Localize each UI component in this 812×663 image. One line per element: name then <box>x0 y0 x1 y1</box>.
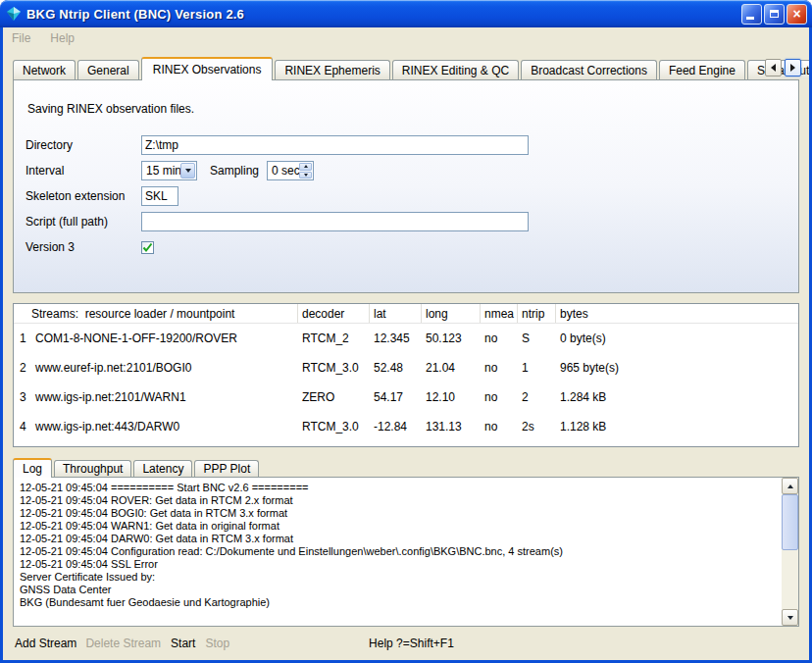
tab-rinex-ephemeris[interactable]: RINEX Ephemeris <box>275 60 389 79</box>
spinner-buttons <box>299 163 312 178</box>
cell-lat: 52.48 <box>370 361 422 375</box>
scroll-down-button[interactable] <box>782 609 798 626</box>
tab-network[interactable]: Network <box>13 60 76 79</box>
add-stream-button[interactable]: Add Stream <box>15 637 76 650</box>
arrow-down-icon <box>304 174 308 177</box>
scroll-up-button[interactable] <box>782 478 798 494</box>
stream-row-4[interactable]: 4 www.igs-ip.net:443/DARW0 RTCM_3.0 -12.… <box>14 412 798 441</box>
header-lat[interactable]: lat <box>370 304 422 323</box>
cell-decoder: RTCM_2 <box>298 332 370 345</box>
row-number: 1 <box>14 332 31 345</box>
log-line: 12-05-21 09:45:04 SSL Error <box>20 558 776 571</box>
close-button[interactable]: × <box>787 4 807 25</box>
cell-long: 12.10 <box>422 390 481 404</box>
tab-log[interactable]: Log <box>13 458 52 478</box>
log-text: 12-05-21 09:45:04 ========== Start BNC v… <box>14 478 782 626</box>
bottom-tabbar: Log Throughput Latency PPP Plot <box>3 457 809 477</box>
tab-scroll-buttons <box>765 59 801 76</box>
check-icon <box>142 242 153 253</box>
cell-mountpoint: COM1-8-NONE-1-OFF-19200/ROVER <box>31 332 298 345</box>
header-mountpoint[interactable]: Streams: resource loader / mountpoint <box>14 304 298 323</box>
panel-description: Saving RINEX observation files. <box>27 102 787 116</box>
cell-lat: 12.345 <box>370 332 422 345</box>
cell-nmea: no <box>481 332 518 345</box>
minimize-button[interactable] <box>741 4 762 25</box>
arrow-down-icon <box>787 616 793 620</box>
log-line: 12-05-21 09:45:04 BOGI0: Get data in RTC… <box>20 507 776 520</box>
version3-checkbox[interactable] <box>141 241 154 254</box>
menu-help[interactable]: Help <box>50 31 75 45</box>
spin-up-button[interactable] <box>299 163 312 171</box>
window-title: BKG Ntrip Client (BNC) Version 2.6 <box>26 7 244 22</box>
cell-ntrip: 2s <box>518 420 556 434</box>
tab-scroll-right-button[interactable] <box>785 59 801 76</box>
cell-ntrip: S <box>518 332 556 345</box>
log-line: 12-05-21 09:45:04 ========== Start BNC v… <box>20 482 776 494</box>
tab-scroll-left-button[interactable] <box>765 59 782 76</box>
menubar: File Help <box>3 27 809 48</box>
script-row: Script (full path) <box>25 212 787 231</box>
stop-button[interactable]: Stop <box>205 637 229 650</box>
version3-row: Version 3 <box>25 237 787 257</box>
cell-ntrip: 1 <box>518 361 556 375</box>
interval-select[interactable]: 15 min <box>141 161 197 180</box>
log-panel: 12-05-21 09:45:04 ========== Start BNC v… <box>13 477 799 627</box>
spin-down-button[interactable] <box>299 172 312 179</box>
tab-ppp-plot[interactable]: PPP Plot <box>194 460 259 477</box>
delete-stream-button[interactable]: Delete Stream <box>85 637 161 650</box>
stream-row-3[interactable]: 3 www.igs-ip.net:2101/WARN1 ZERO 54.17 1… <box>14 382 798 412</box>
log-line: 12-05-21 09:45:04 WARN1: Get data in ori… <box>20 520 776 533</box>
tab-general[interactable]: General <box>77 60 139 79</box>
skeleton-extension-input[interactable] <box>141 186 178 206</box>
sampling-value: 0 sec <box>272 164 300 178</box>
header-bytes[interactable]: bytes <box>556 304 798 323</box>
interval-label: Interval <box>25 164 141 178</box>
start-button[interactable]: Start <box>171 637 195 650</box>
cell-bytes: 0 byte(s) <box>556 332 798 345</box>
header-decoder[interactable]: decoder <box>298 304 370 323</box>
tab-rinex-editing-qc[interactable]: RINEX Editing & QC <box>392 60 519 79</box>
log-scrollbar[interactable] <box>782 478 798 626</box>
titlebar[interactable]: BKG Ntrip Client (BNC) Version 2.6 × <box>0 0 812 27</box>
tab-throughput[interactable]: Throughput <box>54 460 131 477</box>
cell-mountpoint: www.euref-ip.net:2101/BOGI0 <box>31 361 298 375</box>
sampling-spinner[interactable]: 0 sec <box>267 161 314 180</box>
chevron-down-icon[interactable] <box>180 163 195 178</box>
interval-value: 15 min <box>146 164 181 178</box>
scroll-track[interactable] <box>782 550 798 609</box>
window-controls: × <box>741 4 807 25</box>
log-line: BKG (Bundesamt fuer Geodaesie und Kartog… <box>20 596 776 609</box>
stream-row-2[interactable]: 2 www.euref-ip.net:2101/BOGI0 RTCM_3.0 5… <box>14 353 798 382</box>
tab-latency[interactable]: Latency <box>133 460 192 477</box>
directory-input[interactable] <box>141 135 529 155</box>
cell-long: 50.123 <box>422 332 481 345</box>
log-line: 12-05-21 09:45:04 Configuration read: C:… <box>20 545 776 558</box>
cell-decoder: ZERO <box>298 390 370 404</box>
tab-feed-engine[interactable]: Feed Engine <box>659 60 745 79</box>
maximize-button[interactable] <box>764 4 785 25</box>
sampling-label: Sampling <box>210 164 259 178</box>
cell-lat: 54.17 <box>370 390 422 404</box>
menu-file[interactable]: File <box>12 31 30 45</box>
header-long[interactable]: long <box>422 304 481 323</box>
tab-broadcast-corrections[interactable]: Broadcast Corrections <box>521 60 657 79</box>
header-nmea[interactable]: nmea <box>481 304 518 323</box>
skeleton-extension-label: Skeleton extension <box>25 189 141 203</box>
script-path-input[interactable] <box>141 212 529 231</box>
cell-long: 21.04 <box>422 361 481 375</box>
arrow-left-icon <box>771 64 776 72</box>
cell-long: 131.13 <box>422 420 481 434</box>
streams-table: Streams: resource loader / mountpoint de… <box>13 303 799 447</box>
log-line: GNSS Data Center <box>20 584 776 596</box>
directory-row: Directory <box>25 135 787 155</box>
tab-rinex-observations[interactable]: RINEX Observations <box>141 57 274 80</box>
stream-row-1[interactable]: 1 COM1-8-NONE-1-OFF-19200/ROVER RTCM_2 1… <box>14 324 798 353</box>
log-line: 12-05-21 09:45:04 ROVER: Get data in RTC… <box>20 494 776 507</box>
cell-mountpoint: www.igs-ip.net:2101/WARN1 <box>31 390 298 404</box>
arrow-right-icon <box>790 64 795 72</box>
cell-ntrip: 2 <box>518 390 556 404</box>
header-ntrip[interactable]: ntrip <box>518 304 556 323</box>
log-line: Server Certificate Issued by: <box>20 571 776 584</box>
client-area: File Help Network General RINEX Observat… <box>3 27 809 660</box>
scroll-thumb[interactable] <box>782 494 798 550</box>
